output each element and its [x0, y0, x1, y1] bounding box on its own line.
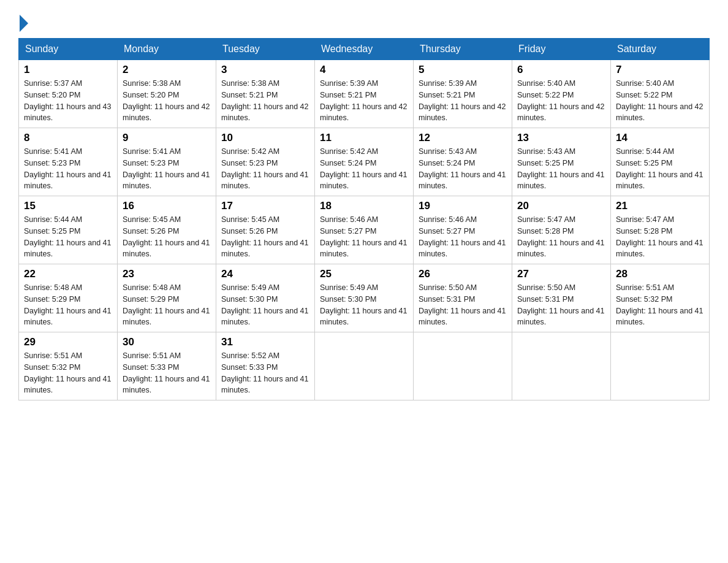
day-info: Sunrise: 5:41 AMSunset: 5:23 PMDaylight:… — [123, 146, 211, 192]
column-header-friday: Friday — [512, 39, 611, 60]
column-header-thursday: Thursday — [414, 39, 512, 60]
empty-cell — [414, 332, 512, 400]
day-info: Sunrise: 5:39 AMSunset: 5:21 PMDaylight:… — [419, 78, 507, 124]
day-info: Sunrise: 5:51 AMSunset: 5:32 PMDaylight:… — [616, 282, 704, 328]
day-number: 25 — [320, 268, 408, 280]
empty-cell — [611, 332, 710, 400]
day-number: 1 — [24, 64, 112, 76]
day-cell-4: 4 Sunrise: 5:39 AMSunset: 5:21 PMDayligh… — [315, 60, 414, 128]
day-cell-31: 31 Sunrise: 5:52 AMSunset: 5:33 PMDaylig… — [216, 332, 315, 400]
day-number: 9 — [123, 132, 211, 144]
day-number: 28 — [616, 268, 704, 280]
day-info: Sunrise: 5:46 AMSunset: 5:27 PMDaylight:… — [320, 214, 408, 260]
day-cell-21: 21 Sunrise: 5:47 AMSunset: 5:28 PMDaylig… — [611, 196, 710, 264]
day-info: Sunrise: 5:51 AMSunset: 5:32 PMDaylight:… — [24, 350, 112, 396]
day-number: 11 — [320, 132, 408, 144]
day-number: 12 — [419, 132, 507, 144]
day-cell-29: 29 Sunrise: 5:51 AMSunset: 5:32 PMDaylig… — [19, 332, 118, 400]
column-header-tuesday: Tuesday — [216, 39, 315, 60]
column-header-saturday: Saturday — [611, 39, 710, 60]
day-info: Sunrise: 5:50 AMSunset: 5:31 PMDaylight:… — [517, 282, 605, 328]
day-cell-9: 9 Sunrise: 5:41 AMSunset: 5:23 PMDayligh… — [118, 128, 216, 196]
logo — [18, 12, 28, 32]
week-row-1: 1 Sunrise: 5:37 AMSunset: 5:20 PMDayligh… — [19, 60, 710, 128]
day-number: 14 — [616, 132, 704, 144]
day-info: Sunrise: 5:41 AMSunset: 5:23 PMDaylight:… — [24, 146, 112, 192]
day-cell-26: 26 Sunrise: 5:50 AMSunset: 5:31 PMDaylig… — [414, 264, 512, 332]
week-row-2: 8 Sunrise: 5:41 AMSunset: 5:23 PMDayligh… — [19, 128, 710, 196]
day-number: 8 — [24, 132, 112, 144]
day-cell-1: 1 Sunrise: 5:37 AMSunset: 5:20 PMDayligh… — [19, 60, 118, 128]
day-cell-23: 23 Sunrise: 5:48 AMSunset: 5:29 PMDaylig… — [118, 264, 216, 332]
day-number: 4 — [320, 64, 408, 76]
day-number: 18 — [320, 200, 408, 212]
day-cell-17: 17 Sunrise: 5:45 AMSunset: 5:26 PMDaylig… — [216, 196, 315, 264]
day-number: 17 — [221, 200, 309, 212]
day-info: Sunrise: 5:43 AMSunset: 5:24 PMDaylight:… — [419, 146, 507, 192]
week-row-5: 29 Sunrise: 5:51 AMSunset: 5:32 PMDaylig… — [19, 332, 710, 400]
day-number: 13 — [517, 132, 605, 144]
day-number: 5 — [419, 64, 507, 76]
day-cell-15: 15 Sunrise: 5:44 AMSunset: 5:25 PMDaylig… — [19, 196, 118, 264]
column-header-monday: Monday — [118, 39, 216, 60]
day-number: 10 — [221, 132, 309, 144]
day-number: 26 — [419, 268, 507, 280]
day-cell-30: 30 Sunrise: 5:51 AMSunset: 5:33 PMDaylig… — [118, 332, 216, 400]
day-cell-3: 3 Sunrise: 5:38 AMSunset: 5:21 PMDayligh… — [216, 60, 315, 128]
day-info: Sunrise: 5:52 AMSunset: 5:33 PMDaylight:… — [221, 350, 309, 396]
week-row-3: 15 Sunrise: 5:44 AMSunset: 5:25 PMDaylig… — [19, 196, 710, 264]
calendar-table: SundayMondayTuesdayWednesdayThursdayFrid… — [18, 38, 710, 400]
day-info: Sunrise: 5:50 AMSunset: 5:31 PMDaylight:… — [419, 282, 507, 328]
day-info: Sunrise: 5:48 AMSunset: 5:29 PMDaylight:… — [123, 282, 211, 328]
day-cell-14: 14 Sunrise: 5:44 AMSunset: 5:25 PMDaylig… — [611, 128, 710, 196]
day-info: Sunrise: 5:45 AMSunset: 5:26 PMDaylight:… — [221, 214, 309, 260]
day-number: 7 — [616, 64, 704, 76]
day-number: 15 — [24, 200, 112, 212]
day-cell-8: 8 Sunrise: 5:41 AMSunset: 5:23 PMDayligh… — [19, 128, 118, 196]
day-info: Sunrise: 5:40 AMSunset: 5:22 PMDaylight:… — [616, 78, 704, 124]
logo-arrow-icon — [20, 15, 28, 32]
day-number: 3 — [221, 64, 309, 76]
day-cell-18: 18 Sunrise: 5:46 AMSunset: 5:27 PMDaylig… — [315, 196, 414, 264]
day-number: 22 — [24, 268, 112, 280]
column-header-wednesday: Wednesday — [315, 39, 414, 60]
day-cell-28: 28 Sunrise: 5:51 AMSunset: 5:32 PMDaylig… — [611, 264, 710, 332]
day-number: 27 — [517, 268, 605, 280]
day-info: Sunrise: 5:39 AMSunset: 5:21 PMDaylight:… — [320, 78, 408, 124]
day-info: Sunrise: 5:38 AMSunset: 5:21 PMDaylight:… — [221, 78, 309, 124]
day-info: Sunrise: 5:49 AMSunset: 5:30 PMDaylight:… — [221, 282, 309, 328]
day-cell-25: 25 Sunrise: 5:49 AMSunset: 5:30 PMDaylig… — [315, 264, 414, 332]
day-info: Sunrise: 5:47 AMSunset: 5:28 PMDaylight:… — [517, 214, 605, 260]
day-number: 19 — [419, 200, 507, 212]
day-info: Sunrise: 5:43 AMSunset: 5:25 PMDaylight:… — [517, 146, 605, 192]
day-info: Sunrise: 5:42 AMSunset: 5:23 PMDaylight:… — [221, 146, 309, 192]
day-info: Sunrise: 5:45 AMSunset: 5:26 PMDaylight:… — [123, 214, 211, 260]
day-info: Sunrise: 5:49 AMSunset: 5:30 PMDaylight:… — [320, 282, 408, 328]
day-cell-27: 27 Sunrise: 5:50 AMSunset: 5:31 PMDaylig… — [512, 264, 611, 332]
day-cell-20: 20 Sunrise: 5:47 AMSunset: 5:28 PMDaylig… — [512, 196, 611, 264]
column-header-sunday: Sunday — [19, 39, 118, 60]
day-number: 6 — [517, 64, 605, 76]
day-info: Sunrise: 5:46 AMSunset: 5:27 PMDaylight:… — [419, 214, 507, 260]
day-number: 29 — [24, 336, 112, 348]
day-cell-6: 6 Sunrise: 5:40 AMSunset: 5:22 PMDayligh… — [512, 60, 611, 128]
day-cell-22: 22 Sunrise: 5:48 AMSunset: 5:29 PMDaylig… — [19, 264, 118, 332]
page-header — [18, 12, 710, 32]
day-number: 2 — [123, 64, 211, 76]
day-number: 21 — [616, 200, 704, 212]
day-cell-2: 2 Sunrise: 5:38 AMSunset: 5:20 PMDayligh… — [118, 60, 216, 128]
day-info: Sunrise: 5:51 AMSunset: 5:33 PMDaylight:… — [123, 350, 211, 396]
day-number: 23 — [123, 268, 211, 280]
day-cell-11: 11 Sunrise: 5:42 AMSunset: 5:24 PMDaylig… — [315, 128, 414, 196]
day-info: Sunrise: 5:40 AMSunset: 5:22 PMDaylight:… — [517, 78, 605, 124]
day-info: Sunrise: 5:42 AMSunset: 5:24 PMDaylight:… — [320, 146, 408, 192]
week-row-4: 22 Sunrise: 5:48 AMSunset: 5:29 PMDaylig… — [19, 264, 710, 332]
empty-cell — [512, 332, 611, 400]
day-info: Sunrise: 5:47 AMSunset: 5:28 PMDaylight:… — [616, 214, 704, 260]
empty-cell — [315, 332, 414, 400]
day-number: 31 — [221, 336, 309, 348]
day-cell-19: 19 Sunrise: 5:46 AMSunset: 5:27 PMDaylig… — [414, 196, 512, 264]
day-number: 16 — [123, 200, 211, 212]
day-info: Sunrise: 5:48 AMSunset: 5:29 PMDaylight:… — [24, 282, 112, 328]
day-cell-13: 13 Sunrise: 5:43 AMSunset: 5:25 PMDaylig… — [512, 128, 611, 196]
